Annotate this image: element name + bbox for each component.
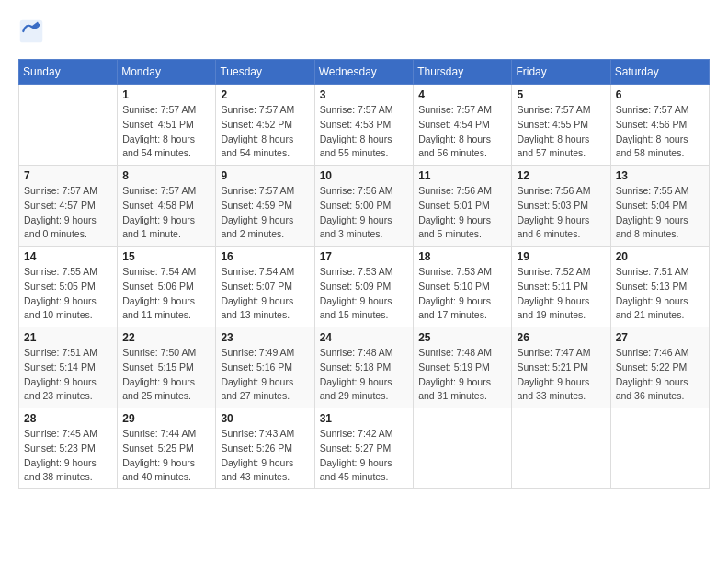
calendar-week-row: 14 Sunrise: 7:55 AM Sunset: 5:05 PM Dayl… bbox=[19, 247, 710, 327]
sunrise-time: Sunrise: 7:54 AM bbox=[122, 266, 196, 277]
daylight-hours: Daylight: 9 hours and 0 minutes. bbox=[24, 214, 97, 240]
day-info: Sunrise: 7:53 AM Sunset: 5:09 PM Dayligh… bbox=[320, 265, 408, 323]
sunrise-time: Sunrise: 7:55 AM bbox=[616, 185, 689, 196]
day-number: 11 bbox=[418, 169, 506, 182]
day-number: 22 bbox=[122, 331, 210, 344]
sunrise-time: Sunrise: 7:42 AM bbox=[320, 428, 393, 439]
calendar-day-cell: 7 Sunrise: 7:57 AM Sunset: 4:57 PM Dayli… bbox=[19, 166, 118, 247]
sunset-time: Sunset: 5:07 PM bbox=[221, 281, 292, 292]
sunset-time: Sunset: 4:57 PM bbox=[24, 200, 96, 211]
sunrise-time: Sunrise: 7:55 AM bbox=[24, 266, 97, 277]
calendar-day-cell: 11 Sunrise: 7:56 AM Sunset: 5:01 PM Dayl… bbox=[414, 166, 512, 247]
day-number: 2 bbox=[221, 88, 309, 101]
weekday-header: Sunday bbox=[19, 60, 118, 85]
sunrise-time: Sunrise: 7:57 AM bbox=[517, 104, 590, 115]
sunrise-time: Sunrise: 7:48 AM bbox=[320, 347, 393, 358]
sunset-time: Sunset: 5:26 PM bbox=[221, 442, 292, 454]
day-number: 28 bbox=[24, 412, 112, 425]
daylight-hours: Daylight: 9 hours and 27 minutes. bbox=[221, 376, 293, 402]
sunrise-time: Sunrise: 7:51 AM bbox=[616, 266, 689, 277]
sunrise-time: Sunrise: 7:57 AM bbox=[418, 104, 492, 115]
calendar-day-cell: 6 Sunrise: 7:57 AM Sunset: 4:56 PM Dayli… bbox=[610, 85, 709, 166]
sunrise-time: Sunrise: 7:56 AM bbox=[517, 185, 590, 196]
daylight-hours: Daylight: 9 hours and 3 minutes. bbox=[320, 214, 392, 240]
day-info: Sunrise: 7:57 AM Sunset: 4:53 PM Dayligh… bbox=[320, 103, 408, 161]
day-number: 17 bbox=[320, 250, 408, 263]
sunset-time: Sunset: 5:00 PM bbox=[320, 200, 392, 211]
calendar-day-cell: 15 Sunrise: 7:54 AM Sunset: 5:06 PM Dayl… bbox=[118, 247, 216, 327]
calendar-day-cell: 27 Sunrise: 7:46 AM Sunset: 5:22 PM Dayl… bbox=[610, 327, 709, 408]
daylight-hours: Daylight: 9 hours and 36 minutes. bbox=[616, 376, 688, 402]
daylight-hours: Daylight: 9 hours and 6 minutes. bbox=[517, 214, 589, 240]
calendar-day-cell: 9 Sunrise: 7:57 AM Sunset: 4:59 PM Dayli… bbox=[216, 166, 314, 247]
calendar-day-cell: 14 Sunrise: 7:55 AM Sunset: 5:05 PM Dayl… bbox=[19, 247, 118, 327]
calendar-day-cell: 17 Sunrise: 7:53 AM Sunset: 5:09 PM Dayl… bbox=[314, 247, 413, 327]
day-info: Sunrise: 7:51 AM Sunset: 5:14 PM Dayligh… bbox=[24, 346, 112, 404]
day-info: Sunrise: 7:55 AM Sunset: 5:05 PM Dayligh… bbox=[24, 265, 112, 323]
day-info: Sunrise: 7:57 AM Sunset: 4:54 PM Dayligh… bbox=[418, 103, 506, 161]
daylight-hours: Daylight: 9 hours and 33 minutes. bbox=[517, 376, 589, 402]
day-number: 14 bbox=[24, 250, 112, 263]
day-info: Sunrise: 7:53 AM Sunset: 5:10 PM Dayligh… bbox=[418, 265, 506, 323]
daylight-hours: Daylight: 9 hours and 15 minutes. bbox=[320, 295, 392, 321]
day-number: 23 bbox=[221, 331, 309, 344]
calendar-day-cell: 2 Sunrise: 7:57 AM Sunset: 4:52 PM Dayli… bbox=[216, 85, 314, 166]
weekday-header: Wednesday bbox=[314, 60, 413, 85]
calendar-day-cell: 29 Sunrise: 7:44 AM Sunset: 5:25 PM Dayl… bbox=[118, 408, 216, 489]
daylight-hours: Daylight: 9 hours and 25 minutes. bbox=[122, 376, 195, 402]
calendar-day-cell: 16 Sunrise: 7:54 AM Sunset: 5:07 PM Dayl… bbox=[216, 247, 314, 327]
calendar-day-cell: 20 Sunrise: 7:51 AM Sunset: 5:13 PM Dayl… bbox=[610, 247, 709, 327]
day-number: 5 bbox=[517, 88, 605, 101]
day-info: Sunrise: 7:46 AM Sunset: 5:22 PM Dayligh… bbox=[616, 346, 704, 404]
day-info: Sunrise: 7:57 AM Sunset: 4:57 PM Dayligh… bbox=[24, 184, 112, 242]
logo bbox=[18, 18, 48, 44]
calendar-day-cell: 30 Sunrise: 7:43 AM Sunset: 5:26 PM Dayl… bbox=[216, 408, 314, 489]
daylight-hours: Daylight: 9 hours and 8 minutes. bbox=[616, 214, 688, 240]
day-number: 27 bbox=[616, 331, 704, 344]
calendar-table: SundayMondayTuesdayWednesdayThursdayFrid… bbox=[18, 59, 710, 489]
calendar-day-cell: 26 Sunrise: 7:47 AM Sunset: 5:21 PM Dayl… bbox=[512, 327, 610, 408]
day-info: Sunrise: 7:55 AM Sunset: 5:04 PM Dayligh… bbox=[616, 184, 704, 242]
calendar-day-cell: 25 Sunrise: 7:48 AM Sunset: 5:19 PM Dayl… bbox=[414, 327, 512, 408]
sunrise-time: Sunrise: 7:51 AM bbox=[24, 347, 97, 358]
daylight-hours: Daylight: 9 hours and 11 minutes. bbox=[122, 295, 195, 321]
calendar-day-cell bbox=[19, 85, 118, 166]
sunrise-time: Sunrise: 7:56 AM bbox=[418, 185, 492, 196]
calendar-day-cell bbox=[512, 408, 610, 489]
daylight-hours: Daylight: 9 hours and 31 minutes. bbox=[418, 376, 491, 402]
sunrise-time: Sunrise: 7:57 AM bbox=[122, 185, 196, 196]
sunrise-time: Sunrise: 7:54 AM bbox=[221, 266, 294, 277]
day-number: 29 bbox=[122, 412, 210, 425]
sunrise-time: Sunrise: 7:57 AM bbox=[616, 104, 689, 115]
daylight-hours: Daylight: 9 hours and 1 minute. bbox=[122, 214, 195, 240]
day-info: Sunrise: 7:48 AM Sunset: 5:18 PM Dayligh… bbox=[320, 346, 408, 404]
sunset-time: Sunset: 5:03 PM bbox=[517, 200, 588, 211]
day-number: 20 bbox=[616, 250, 704, 263]
sunset-time: Sunset: 5:06 PM bbox=[122, 281, 194, 292]
day-info: Sunrise: 7:52 AM Sunset: 5:11 PM Dayligh… bbox=[517, 265, 605, 323]
day-info: Sunrise: 7:44 AM Sunset: 5:25 PM Dayligh… bbox=[122, 427, 210, 485]
sunrise-time: Sunrise: 7:44 AM bbox=[122, 428, 196, 439]
calendar-day-cell: 13 Sunrise: 7:55 AM Sunset: 5:04 PM Dayl… bbox=[610, 166, 709, 247]
sunset-time: Sunset: 5:10 PM bbox=[418, 281, 490, 292]
daylight-hours: Daylight: 9 hours and 45 minutes. bbox=[320, 457, 392, 483]
day-info: Sunrise: 7:57 AM Sunset: 4:58 PM Dayligh… bbox=[122, 184, 210, 242]
sunrise-time: Sunrise: 7:53 AM bbox=[320, 266, 393, 277]
daylight-hours: Daylight: 8 hours and 55 minutes. bbox=[320, 133, 392, 159]
sunrise-time: Sunrise: 7:57 AM bbox=[221, 104, 294, 115]
calendar-day-cell: 4 Sunrise: 7:57 AM Sunset: 4:54 PM Dayli… bbox=[414, 85, 512, 166]
sunset-time: Sunset: 5:21 PM bbox=[517, 362, 588, 373]
sunrise-time: Sunrise: 7:48 AM bbox=[418, 347, 492, 358]
calendar-day-cell: 31 Sunrise: 7:42 AM Sunset: 5:27 PM Dayl… bbox=[314, 408, 413, 489]
daylight-hours: Daylight: 8 hours and 56 minutes. bbox=[418, 133, 491, 159]
sunrise-time: Sunrise: 7:57 AM bbox=[320, 104, 393, 115]
calendar-day-cell: 12 Sunrise: 7:56 AM Sunset: 5:03 PM Dayl… bbox=[512, 166, 610, 247]
day-info: Sunrise: 7:50 AM Sunset: 5:15 PM Dayligh… bbox=[122, 346, 210, 404]
daylight-hours: Daylight: 9 hours and 23 minutes. bbox=[24, 376, 97, 402]
weekday-header: Saturday bbox=[610, 60, 709, 85]
day-number: 31 bbox=[320, 412, 408, 425]
daylight-hours: Daylight: 9 hours and 5 minutes. bbox=[418, 214, 491, 240]
sunset-time: Sunset: 5:04 PM bbox=[616, 200, 688, 211]
calendar-week-row: 1 Sunrise: 7:57 AM Sunset: 4:51 PM Dayli… bbox=[19, 85, 710, 166]
sunrise-time: Sunrise: 7:49 AM bbox=[221, 347, 294, 358]
